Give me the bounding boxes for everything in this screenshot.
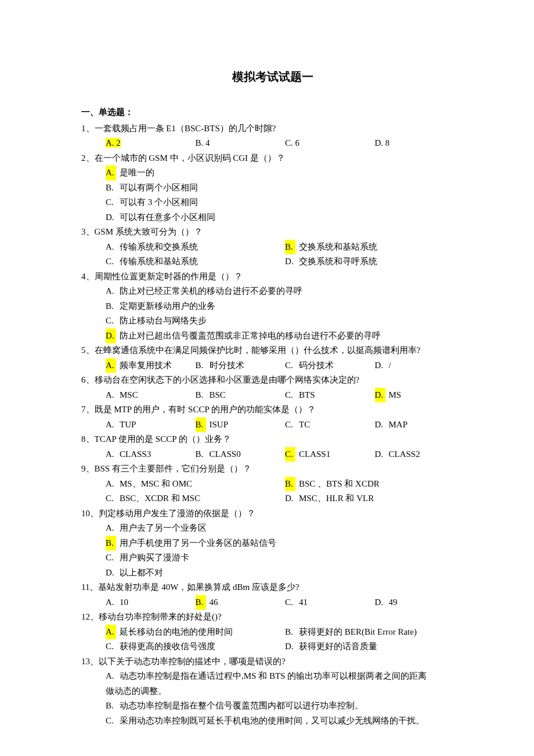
option-c: C. 6 — [285, 136, 375, 151]
question-text: 3、GSM 系统大致可分为（）？ — [81, 225, 464, 240]
question-text: 13、以下关于动态功率控制的描述中，哪项是错误的? — [81, 654, 464, 669]
option-a: A.MS、MSC 和 OMC — [106, 477, 285, 492]
question-text: 4、周期性位置更新定时器的作用是（）？ — [81, 269, 464, 285]
option-b: B.ISUP — [196, 417, 286, 433]
question-text: 6、移动台在空闲状态下的小区选择和小区重选是由哪个网络实体决定的? — [81, 373, 464, 388]
option-c: C.BTS — [285, 388, 375, 403]
option-c: C.用户购买了漫游卡 — [106, 550, 464, 566]
option-a: A.延长移动台的电池的使用时间 — [106, 625, 285, 640]
option-b: B.可以有两个小区相同 — [106, 181, 464, 196]
option-d: D.交换系统和寻呼系统 — [285, 254, 464, 269]
option-a: A.CLASS3 — [106, 447, 196, 462]
option-c: C.传输系统和基站系统 — [106, 254, 285, 269]
question-text: 12、移动台功率控制带来的好处是()? — [81, 610, 464, 625]
option-c: C.获得更高的接收信号强度 — [106, 639, 285, 654]
option-b: B.动态功率控制是指在整个信号覆盖范围内都可以进行功率控制。 — [106, 699, 464, 714]
option-a-continuation: 做动态的调整。 — [81, 684, 464, 699]
question-5: 5、在蜂窝通信系统中在满足同频保护比时，能够采用（）什么技术，以挺高频谱利用率?… — [81, 343, 464, 373]
option-d: D.CLASS2 — [375, 447, 465, 462]
option-a: A. 2 — [106, 136, 196, 151]
option-c: C.可以有 3 个小区相同 — [106, 195, 464, 210]
option-a: A.是唯一的 — [106, 165, 464, 181]
option-c: C.采用动态功率控制既可延长手机电池的使用时间，又可以减少无线网络的干扰。 — [106, 714, 464, 729]
question-text: 11、基站发射功率是 40W，如果换算成 dBm 应该是多少? — [81, 580, 464, 595]
option-c: C.BSC、XCDR 和 MSC — [106, 491, 285, 506]
question-13: 13、以下关于动态功率控制的描述中，哪项是错误的? A.动态功率控制是指在通话过… — [81, 654, 464, 729]
option-b: B.定期更新移动用户的业务 — [106, 299, 464, 314]
option-b: B.46 — [196, 595, 286, 610]
question-9: 9、BSS 有三个主要部件，它们分别是（）？ A.MS、MSC 和 OMC B.… — [81, 462, 464, 506]
question-8: 8、TCAP 使用的是 SCCP 的（）业务？ A.CLASS3 B.CLASS… — [81, 432, 464, 462]
option-a: A.动态功率控制是指在通话过程中,MS 和 BTS 的输出功率可以根据两者之间的… — [106, 669, 464, 684]
question-text: 2、在一个城市的 GSM 中，小区识别码 CGI 是（）？ — [81, 151, 464, 166]
option-a: A.用户去了另一个业务区 — [106, 521, 464, 536]
option-c: C.防止移动台与网络失步 — [106, 314, 464, 329]
option-a: A.MSC — [106, 388, 196, 403]
option-a: A.频率复用技术 — [106, 358, 196, 373]
question-7: 7、既是 MTP 的用户，有时 SCCP 的用户的功能实体是（）？ A.TUP … — [81, 402, 464, 432]
question-6: 6、移动台在空闲状态下的小区选择和小区重选是由哪个网络实体决定的? A.MSC … — [81, 373, 464, 402]
option-d: D.可以有任意多个小区相同 — [106, 210, 464, 225]
option-b: B. 4 — [196, 136, 286, 151]
question-12: 12、移动台功率控制带来的好处是()? A.延长移动台的电池的使用时间 B.获得… — [81, 610, 464, 654]
option-b: B.交换系统和基站系统 — [285, 240, 464, 255]
option-a: A.传输系统和交换系统 — [106, 240, 285, 255]
option-d: D.MSC、HLR 和 VLR — [285, 491, 464, 506]
option-d: D.MS — [375, 388, 465, 403]
option-d: D.以上都不对 — [106, 566, 464, 581]
question-10: 10、判定移动用户发生了漫游的依据是（）？ A.用户去了另一个业务区 B.用户手… — [81, 506, 464, 581]
option-c: C.码分技术 — [285, 358, 375, 373]
option-d: D.49 — [375, 595, 465, 610]
option-b: B.BSC 、BTS 和 XCDR — [285, 477, 464, 492]
option-d: D.防止对已超出信号覆盖范围或非正常掉电的移动台进行不必要的寻呼 — [106, 329, 464, 344]
option-b: B.用户手机使用了另一个业务区的基站信号 — [106, 536, 464, 551]
question-4: 4、周期性位置更新定时器的作用是（）？ A.防止对已经正常关机的移动台进行不必要… — [81, 269, 464, 344]
question-text: 9、BSS 有三个主要部件，它们分别是（）？ — [81, 462, 464, 477]
question-2: 2、在一个城市的 GSM 中，小区识别码 CGI 是（）？ A.是唯一的 B.可… — [81, 151, 464, 225]
option-b: B.获得更好的 BER(Bit Error Rate) — [285, 625, 464, 640]
question-1: 1、一套载频占用一条 E1（BSC-BTS）的几个时隙? A. 2 B. 4 C… — [81, 121, 464, 151]
option-c: C.CLASS1 — [285, 447, 375, 462]
option-a: A.防止对已经正常关机的移动台进行不必要的寻呼 — [106, 284, 464, 299]
question-3: 3、GSM 系统大致可分为（）？ A.传输系统和交换系统 B.交换系统和基站系统… — [81, 225, 464, 269]
option-b: B.CLASS0 — [196, 447, 286, 462]
page-title: 模拟考试试题一 — [81, 67, 464, 87]
option-c: C.TC — [285, 417, 375, 433]
option-d: D./ — [375, 358, 465, 373]
option-d: D.获得更好的话音质量 — [285, 639, 464, 654]
option-d: D. 8 — [375, 136, 465, 151]
section-heading: 一、单选题： — [81, 105, 464, 120]
option-b: B.时分技术 — [196, 358, 286, 373]
question-11: 11、基站发射功率是 40W，如果换算成 dBm 应该是多少? A.10 B.4… — [81, 580, 464, 610]
question-text: 10、判定移动用户发生了漫游的依据是（）？ — [81, 506, 464, 521]
option-c: C.41 — [285, 595, 375, 610]
question-text: 1、一套载频占用一条 E1（BSC-BTS）的几个时隙? — [81, 121, 464, 136]
option-a: A.TUP — [106, 417, 196, 433]
option-d: D.MAP — [375, 417, 465, 433]
option-a: A.10 — [106, 595, 196, 610]
option-b: B.BSC — [196, 388, 286, 403]
question-text: 8、TCAP 使用的是 SCCP 的（）业务？ — [81, 432, 464, 447]
question-text: 5、在蜂窝通信系统中在满足同频保护比时，能够采用（）什么技术，以挺高频谱利用率? — [81, 343, 464, 358]
question-text: 7、既是 MTP 的用户，有时 SCCP 的用户的功能实体是（）？ — [81, 402, 464, 417]
